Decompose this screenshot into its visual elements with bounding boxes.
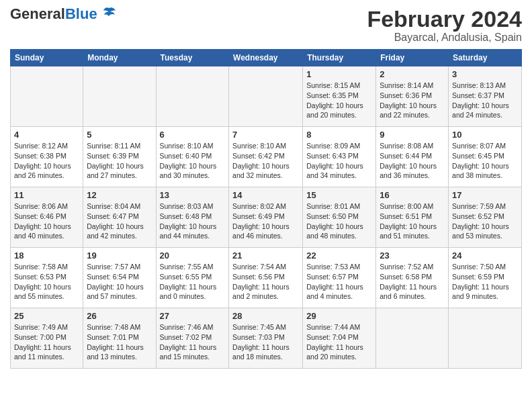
day-cell: 10Sunrise: 8:07 AM Sunset: 6:45 PM Dayli…	[449, 127, 522, 187]
day-cell: 25Sunrise: 7:49 AM Sunset: 7:00 PM Dayli…	[11, 308, 83, 369]
week-row-3: 11Sunrise: 8:06 AM Sunset: 6:46 PM Dayli…	[11, 187, 522, 248]
day-cell: 2Sunrise: 8:14 AM Sunset: 6:36 PM Daylig…	[376, 66, 449, 127]
day-number: 19	[87, 250, 152, 261]
day-cell: 18Sunrise: 7:58 AM Sunset: 6:53 PM Dayli…	[11, 248, 83, 308]
day-cell: 5Sunrise: 8:11 AM Sunset: 6:39 PM Daylig…	[83, 127, 156, 187]
day-cell: 7Sunrise: 8:10 AM Sunset: 6:42 PM Daylig…	[229, 127, 303, 187]
day-number: 16	[380, 190, 445, 200]
day-cell: 26Sunrise: 7:48 AM Sunset: 7:01 PM Dayli…	[83, 308, 156, 369]
month-title: February 2024	[367, 7, 522, 32]
day-number: 14	[232, 190, 299, 200]
day-info: Sunrise: 7:44 AM Sunset: 7:04 PM Dayligh…	[306, 322, 372, 362]
day-cell: 22Sunrise: 7:53 AM Sunset: 6:57 PM Dayli…	[303, 248, 376, 308]
day-number: 11	[14, 190, 79, 200]
day-info: Sunrise: 7:53 AM Sunset: 6:57 PM Dayligh…	[306, 262, 372, 302]
day-info: Sunrise: 7:58 AM Sunset: 6:53 PM Dayligh…	[14, 262, 79, 302]
day-number: 3	[452, 69, 518, 79]
week-row-4: 18Sunrise: 7:58 AM Sunset: 6:53 PM Dayli…	[11, 248, 522, 308]
day-cell	[156, 66, 229, 127]
day-cell: 17Sunrise: 7:59 AM Sunset: 6:52 PM Dayli…	[449, 187, 522, 248]
day-cell	[449, 308, 522, 369]
logo-blue: Blue	[65, 5, 97, 22]
week-row-5: 25Sunrise: 7:49 AM Sunset: 7:00 PM Dayli…	[11, 308, 522, 369]
week-row-2: 4Sunrise: 8:12 AM Sunset: 6:38 PM Daylig…	[11, 127, 522, 187]
day-info: Sunrise: 8:03 AM Sunset: 6:48 PM Dayligh…	[160, 201, 226, 241]
day-cell: 3Sunrise: 8:13 AM Sunset: 6:37 PM Daylig…	[449, 66, 522, 127]
day-info: Sunrise: 8:07 AM Sunset: 6:45 PM Dayligh…	[452, 141, 518, 181]
day-number: 2	[380, 69, 445, 79]
day-number: 5	[87, 130, 152, 140]
day-cell	[83, 66, 156, 127]
day-cell: 6Sunrise: 8:10 AM Sunset: 6:40 PM Daylig…	[156, 127, 229, 187]
day-number: 10	[452, 130, 518, 140]
day-info: Sunrise: 8:13 AM Sunset: 6:37 PM Dayligh…	[452, 81, 518, 120]
day-info: Sunrise: 7:48 AM Sunset: 7:01 PM Dayligh…	[87, 322, 152, 362]
day-info: Sunrise: 8:08 AM Sunset: 6:44 PM Dayligh…	[380, 141, 445, 181]
day-info: Sunrise: 7:49 AM Sunset: 7:00 PM Dayligh…	[14, 322, 79, 362]
day-cell: 29Sunrise: 7:44 AM Sunset: 7:04 PM Dayli…	[303, 308, 376, 369]
day-header-row: SundayMondayTuesdayWednesdayThursdayFrid…	[11, 50, 522, 66]
day-number: 9	[380, 130, 445, 140]
calendar-table: SundayMondayTuesdayWednesdayThursdayFrid…	[10, 49, 522, 369]
day-header-sunday: Sunday	[11, 50, 83, 66]
header: GeneralBlue February 2024 Bayarcal, Anda…	[10, 7, 522, 44]
day-cell: 11Sunrise: 8:06 AM Sunset: 6:46 PM Dayli…	[11, 187, 83, 248]
day-number: 12	[87, 190, 152, 200]
day-info: Sunrise: 8:14 AM Sunset: 6:36 PM Dayligh…	[380, 81, 445, 120]
day-info: Sunrise: 8:10 AM Sunset: 6:40 PM Dayligh…	[160, 141, 226, 181]
day-info: Sunrise: 7:46 AM Sunset: 7:02 PM Dayligh…	[160, 322, 226, 362]
day-info: Sunrise: 8:15 AM Sunset: 6:35 PM Dayligh…	[306, 81, 372, 120]
day-info: Sunrise: 7:50 AM Sunset: 6:59 PM Dayligh…	[452, 262, 518, 302]
day-cell: 15Sunrise: 8:01 AM Sunset: 6:50 PM Dayli…	[303, 187, 376, 248]
day-number: 20	[160, 250, 226, 261]
day-info: Sunrise: 8:10 AM Sunset: 6:42 PM Dayligh…	[232, 141, 299, 181]
day-info: Sunrise: 8:09 AM Sunset: 6:43 PM Dayligh…	[306, 141, 372, 181]
day-cell: 14Sunrise: 8:02 AM Sunset: 6:49 PM Dayli…	[229, 187, 303, 248]
location-title: Bayarcal, Andalusia, Spain	[367, 32, 522, 44]
day-number: 6	[160, 130, 226, 140]
day-cell	[229, 66, 303, 127]
day-header-friday: Friday	[376, 50, 449, 66]
day-header-monday: Monday	[83, 50, 156, 66]
day-cell	[11, 66, 83, 127]
day-cell: 24Sunrise: 7:50 AM Sunset: 6:59 PM Dayli…	[449, 248, 522, 308]
logo-bird-icon	[101, 7, 116, 21]
day-info: Sunrise: 7:54 AM Sunset: 6:56 PM Dayligh…	[232, 262, 299, 302]
day-number: 1	[306, 69, 372, 79]
day-cell	[376, 308, 449, 369]
day-info: Sunrise: 8:06 AM Sunset: 6:46 PM Dayligh…	[14, 201, 79, 241]
day-cell: 16Sunrise: 8:00 AM Sunset: 6:51 PM Dayli…	[376, 187, 449, 248]
day-header-tuesday: Tuesday	[156, 50, 229, 66]
day-info: Sunrise: 7:55 AM Sunset: 6:55 PM Dayligh…	[160, 262, 226, 302]
day-header-wednesday: Wednesday	[229, 50, 303, 66]
day-cell: 21Sunrise: 7:54 AM Sunset: 6:56 PM Dayli…	[229, 248, 303, 308]
day-cell: 20Sunrise: 7:55 AM Sunset: 6:55 PM Dayli…	[156, 248, 229, 308]
day-cell: 4Sunrise: 8:12 AM Sunset: 6:38 PM Daylig…	[11, 127, 83, 187]
day-number: 7	[232, 130, 299, 140]
day-info: Sunrise: 8:04 AM Sunset: 6:47 PM Dayligh…	[87, 201, 152, 241]
day-info: Sunrise: 7:57 AM Sunset: 6:54 PM Dayligh…	[87, 262, 152, 302]
day-info: Sunrise: 7:45 AM Sunset: 7:03 PM Dayligh…	[232, 322, 299, 362]
day-cell: 23Sunrise: 7:52 AM Sunset: 6:58 PM Dayli…	[376, 248, 449, 308]
day-cell: 27Sunrise: 7:46 AM Sunset: 7:02 PM Dayli…	[156, 308, 229, 369]
day-number: 28	[232, 311, 299, 321]
day-cell: 13Sunrise: 8:03 AM Sunset: 6:48 PM Dayli…	[156, 187, 229, 248]
day-number: 4	[14, 130, 79, 140]
logo: GeneralBlue	[10, 7, 116, 21]
day-cell: 28Sunrise: 7:45 AM Sunset: 7:03 PM Dayli…	[229, 308, 303, 369]
day-info: Sunrise: 7:52 AM Sunset: 6:58 PM Dayligh…	[380, 262, 445, 302]
day-cell: 1Sunrise: 8:15 AM Sunset: 6:35 PM Daylig…	[303, 66, 376, 127]
day-cell: 19Sunrise: 7:57 AM Sunset: 6:54 PM Dayli…	[83, 248, 156, 308]
day-info: Sunrise: 8:01 AM Sunset: 6:50 PM Dayligh…	[306, 201, 372, 241]
day-number: 13	[160, 190, 226, 200]
day-number: 17	[452, 190, 518, 200]
day-number: 25	[14, 311, 79, 321]
day-number: 18	[14, 250, 79, 261]
day-number: 15	[306, 190, 372, 200]
logo-general: General	[10, 5, 65, 22]
day-header-thursday: Thursday	[303, 50, 376, 66]
day-number: 27	[160, 311, 226, 321]
day-info: Sunrise: 8:00 AM Sunset: 6:51 PM Dayligh…	[380, 201, 445, 241]
day-number: 26	[87, 311, 152, 321]
day-header-saturday: Saturday	[449, 50, 522, 66]
